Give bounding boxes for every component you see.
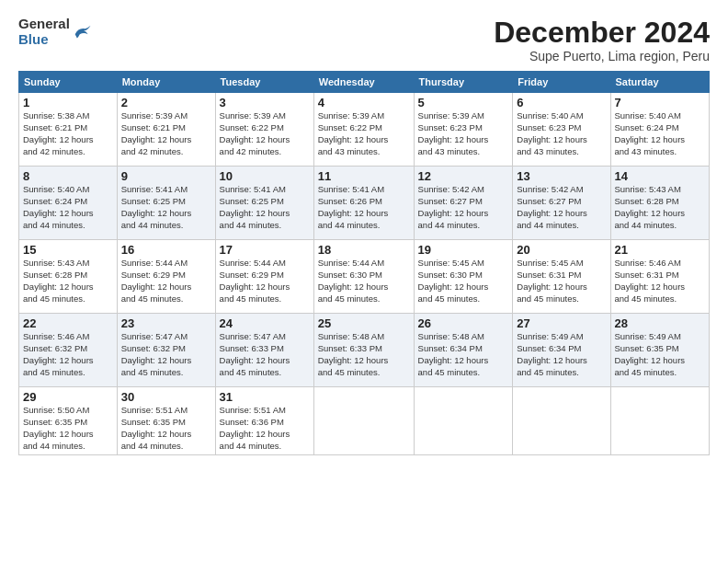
day-detail: Sunrise: 5:48 AMSunset: 6:33 PMDaylight:… <box>318 331 389 376</box>
table-row <box>414 387 513 455</box>
table-row: 13Sunrise: 5:42 AMSunset: 6:27 PMDayligh… <box>513 167 610 240</box>
day-detail: Sunrise: 5:40 AMSunset: 6:24 PMDaylight:… <box>23 184 94 229</box>
table-row: 12Sunrise: 5:42 AMSunset: 6:27 PMDayligh… <box>414 167 513 240</box>
day-detail: Sunrise: 5:45 AMSunset: 6:31 PMDaylight:… <box>517 258 587 303</box>
day-detail: Sunrise: 5:47 AMSunset: 6:33 PMDaylight:… <box>220 331 290 376</box>
col-saturday: Saturday <box>610 72 710 93</box>
table-row: 1Sunrise: 5:38 AMSunset: 6:21 PMDaylight… <box>19 93 118 167</box>
day-detail: Sunrise: 5:47 AMSunset: 6:32 PMDaylight:… <box>121 331 192 376</box>
day-number: 5 <box>418 96 509 109</box>
day-number: 18 <box>318 243 410 257</box>
day-detail: Sunrise: 5:51 AMSunset: 6:35 PMDaylight:… <box>121 405 192 450</box>
day-number: 20 <box>517 243 606 257</box>
logo-bird-icon <box>72 22 92 42</box>
day-detail: Sunrise: 5:39 AMSunset: 6:21 PMDaylight:… <box>121 110 192 155</box>
day-number: 25 <box>318 316 410 330</box>
table-row: 18Sunrise: 5:44 AMSunset: 6:30 PMDayligh… <box>313 240 414 314</box>
title-area: December 2024 Supe Puerto, Lima region, … <box>494 17 710 63</box>
day-detail: Sunrise: 5:43 AMSunset: 6:28 PMDaylight:… <box>23 258 94 303</box>
day-number: 7 <box>615 96 706 109</box>
calendar-row-2: 8Sunrise: 5:40 AMSunset: 6:24 PMDaylight… <box>19 167 710 240</box>
day-number: 13 <box>517 169 606 183</box>
table-row: 24Sunrise: 5:47 AMSunset: 6:33 PMDayligh… <box>215 314 313 387</box>
table-row: 10Sunrise: 5:41 AMSunset: 6:25 PMDayligh… <box>215 167 313 240</box>
day-detail: Sunrise: 5:39 AMSunset: 6:22 PMDaylight:… <box>318 110 389 155</box>
table-row: 6Sunrise: 5:40 AMSunset: 6:23 PMDaylight… <box>513 93 610 167</box>
day-detail: Sunrise: 5:45 AMSunset: 6:30 PMDaylight:… <box>418 258 489 303</box>
day-number: 16 <box>121 243 211 257</box>
table-row: 14Sunrise: 5:43 AMSunset: 6:28 PMDayligh… <box>610 167 710 240</box>
col-sunday: Sunday <box>19 72 118 93</box>
day-detail: Sunrise: 5:44 AMSunset: 6:29 PMDaylight:… <box>220 258 290 303</box>
day-number: 8 <box>23 169 113 183</box>
day-detail: Sunrise: 5:41 AMSunset: 6:26 PMDaylight:… <box>318 184 389 229</box>
logo: General Blue <box>18 17 92 47</box>
day-detail: Sunrise: 5:38 AMSunset: 6:21 PMDaylight:… <box>23 110 94 155</box>
day-detail: Sunrise: 5:42 AMSunset: 6:27 PMDaylight:… <box>418 184 489 229</box>
day-detail: Sunrise: 5:43 AMSunset: 6:28 PMDaylight:… <box>615 184 686 229</box>
day-detail: Sunrise: 5:42 AMSunset: 6:27 PMDaylight:… <box>517 184 587 229</box>
col-friday: Friday <box>513 72 610 93</box>
header-row: Sunday Monday Tuesday Wednesday Thursday… <box>19 72 710 93</box>
day-number: 23 <box>121 316 211 330</box>
col-wednesday: Wednesday <box>313 72 414 93</box>
calendar-row-5: 29Sunrise: 5:50 AMSunset: 6:35 PMDayligh… <box>19 387 710 455</box>
day-detail: Sunrise: 5:40 AMSunset: 6:23 PMDaylight:… <box>517 110 587 155</box>
day-number: 22 <box>23 316 113 330</box>
day-detail: Sunrise: 5:44 AMSunset: 6:30 PMDaylight:… <box>318 258 389 303</box>
day-number: 6 <box>517 96 606 109</box>
table-row: 30Sunrise: 5:51 AMSunset: 6:35 PMDayligh… <box>117 387 215 455</box>
table-row: 27Sunrise: 5:49 AMSunset: 6:34 PMDayligh… <box>513 314 610 387</box>
table-row: 23Sunrise: 5:47 AMSunset: 6:32 PMDayligh… <box>117 314 215 387</box>
table-row: 16Sunrise: 5:44 AMSunset: 6:29 PMDayligh… <box>117 240 215 314</box>
table-row: 17Sunrise: 5:44 AMSunset: 6:29 PMDayligh… <box>215 240 313 314</box>
table-row: 26Sunrise: 5:48 AMSunset: 6:34 PMDayligh… <box>414 314 513 387</box>
day-detail: Sunrise: 5:48 AMSunset: 6:34 PMDaylight:… <box>418 331 489 376</box>
table-row: 8Sunrise: 5:40 AMSunset: 6:24 PMDaylight… <box>19 167 118 240</box>
calendar-table: Sunday Monday Tuesday Wednesday Thursday… <box>18 71 710 455</box>
day-detail: Sunrise: 5:41 AMSunset: 6:25 PMDaylight:… <box>220 184 290 229</box>
day-number: 29 <box>23 390 113 404</box>
day-number: 14 <box>615 169 706 183</box>
table-row: 20Sunrise: 5:45 AMSunset: 6:31 PMDayligh… <box>513 240 610 314</box>
table-row: 2Sunrise: 5:39 AMSunset: 6:21 PMDaylight… <box>117 93 215 167</box>
table-row: 9Sunrise: 5:41 AMSunset: 6:25 PMDaylight… <box>117 167 215 240</box>
day-detail: Sunrise: 5:39 AMSunset: 6:23 PMDaylight:… <box>418 110 489 155</box>
table-row: 5Sunrise: 5:39 AMSunset: 6:23 PMDaylight… <box>414 93 513 167</box>
table-row: 3Sunrise: 5:39 AMSunset: 6:22 PMDaylight… <box>215 93 313 167</box>
table-row: 7Sunrise: 5:40 AMSunset: 6:24 PMDaylight… <box>610 93 710 167</box>
day-number: 30 <box>121 390 211 404</box>
day-number: 26 <box>418 316 509 330</box>
month-title: December 2024 <box>494 17 710 49</box>
day-detail: Sunrise: 5:46 AMSunset: 6:32 PMDaylight:… <box>23 331 94 376</box>
table-row: 11Sunrise: 5:41 AMSunset: 6:26 PMDayligh… <box>313 167 414 240</box>
header: General Blue December 2024 Supe Puerto, … <box>18 17 710 63</box>
col-thursday: Thursday <box>414 72 513 93</box>
calendar-row-3: 15Sunrise: 5:43 AMSunset: 6:28 PMDayligh… <box>19 240 710 314</box>
day-number: 31 <box>220 390 310 404</box>
day-detail: Sunrise: 5:49 AMSunset: 6:35 PMDaylight:… <box>615 331 686 376</box>
day-number: 11 <box>318 169 410 183</box>
subtitle: Supe Puerto, Lima region, Peru <box>494 49 710 63</box>
calendar-row-4: 22Sunrise: 5:46 AMSunset: 6:32 PMDayligh… <box>19 314 710 387</box>
day-detail: Sunrise: 5:40 AMSunset: 6:24 PMDaylight:… <box>615 110 686 155</box>
table-row: 29Sunrise: 5:50 AMSunset: 6:35 PMDayligh… <box>19 387 118 455</box>
logo-general-text: General <box>18 17 70 32</box>
day-number: 3 <box>220 96 310 109</box>
table-row: 25Sunrise: 5:48 AMSunset: 6:33 PMDayligh… <box>313 314 414 387</box>
calendar-row-1: 1Sunrise: 5:38 AMSunset: 6:21 PMDaylight… <box>19 93 710 167</box>
table-row: 15Sunrise: 5:43 AMSunset: 6:28 PMDayligh… <box>19 240 118 314</box>
day-detail: Sunrise: 5:49 AMSunset: 6:34 PMDaylight:… <box>517 331 587 376</box>
day-detail: Sunrise: 5:39 AMSunset: 6:22 PMDaylight:… <box>220 110 290 155</box>
table-row: 28Sunrise: 5:49 AMSunset: 6:35 PMDayligh… <box>610 314 710 387</box>
day-detail: Sunrise: 5:50 AMSunset: 6:35 PMDaylight:… <box>23 405 94 450</box>
day-detail: Sunrise: 5:44 AMSunset: 6:29 PMDaylight:… <box>121 258 192 303</box>
day-number: 12 <box>418 169 509 183</box>
table-row <box>513 387 610 455</box>
table-row: 4Sunrise: 5:39 AMSunset: 6:22 PMDaylight… <box>313 93 414 167</box>
logo-blue-text: Blue <box>18 32 70 48</box>
col-monday: Monday <box>117 72 215 93</box>
day-detail: Sunrise: 5:51 AMSunset: 6:36 PMDaylight:… <box>220 405 290 450</box>
page: General Blue December 2024 Supe Puerto, … <box>0 0 728 563</box>
day-number: 19 <box>418 243 509 257</box>
